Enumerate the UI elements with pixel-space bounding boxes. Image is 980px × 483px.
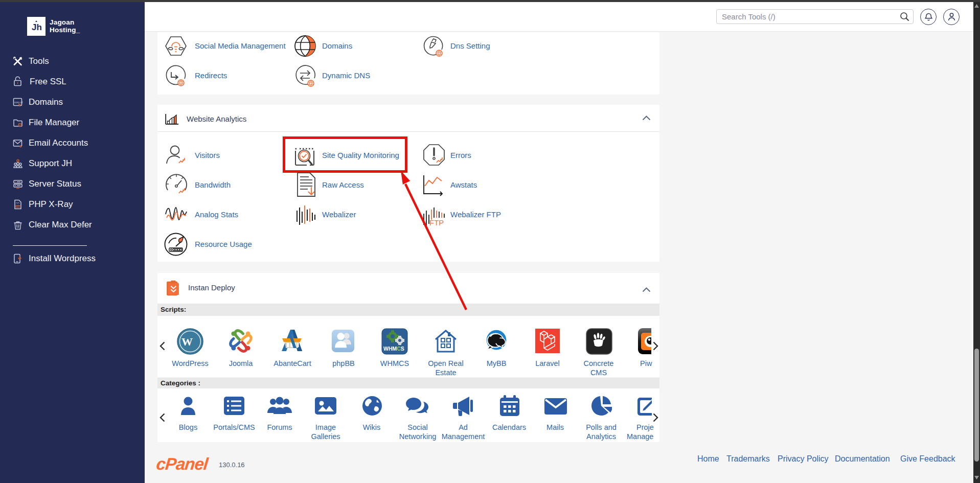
svg-text:WHMCS: WHMCS: [383, 346, 404, 352]
svg-text:Jh: Jh: [32, 22, 42, 32]
svg-text:PHP: PHP: [16, 205, 21, 208]
svg-text:</>: </>: [16, 201, 19, 204]
svg-text:W: W: [181, 335, 193, 348]
svg-text:com.id: com.id: [14, 101, 22, 104]
